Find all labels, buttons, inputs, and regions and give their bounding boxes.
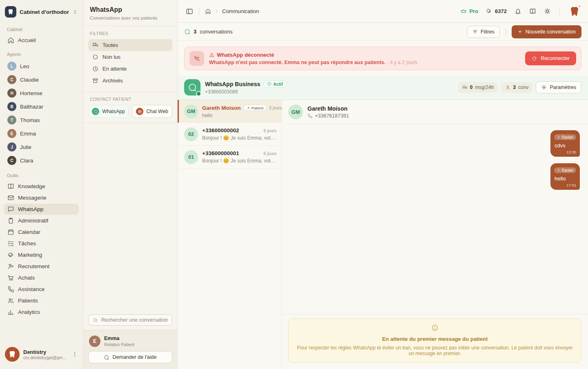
message-time: 17:01 [554,183,576,187]
chat-double-icon [462,85,468,90]
sliders-icon [472,29,478,34]
sidebar-item-label: Assistance [18,286,45,292]
sidebar-item-emma[interactable]: EEmma [4,127,79,140]
agent-role: Relation Patient [104,342,134,347]
sidebar-item-analytics[interactable]: Analytics [4,307,79,318]
sidebar-item-thomas[interactable]: TThomas [4,113,79,127]
online-status-dot [196,91,201,96]
avatar: H [7,89,16,98]
sidebar-item-knowledge[interactable]: Knowledge [4,181,79,192]
search-conversation-input[interactable] [101,317,168,323]
sidebar-item-label: Analytics [18,309,40,315]
account-row[interactable]: Dentistry cto.dentistrygpt@gm... [0,341,83,369]
sidebar-item-calendar[interactable]: Calendar [4,227,79,238]
sidebar-toggle-icon[interactable] [186,8,193,15]
filters-button[interactable]: Filtres [467,26,500,38]
app-sidebar: Cabinet d'orthodon... CabinetAccueilAgen… [0,0,83,369]
workspace-switcher[interactable]: Cabinet d'orthodon... [0,0,83,21]
sidebar-item-messagerie[interactable]: Messagerie [4,192,79,203]
sidebar-item-achats[interactable]: Achats [4,272,79,283]
sidebar-item-label: Achats [18,275,35,281]
whatsapp-panel: WhatsApp Conversations avec vos patients… [83,0,178,369]
sidebar-item-clara[interactable]: CClara [4,154,79,167]
conversation-item[interactable]: GMGareth MoisonPatient3 jourshello [178,100,281,123]
new-conversation-button[interactable]: Nouvelle conversation [512,25,581,38]
ask-help-button[interactable]: Demander de l'aide [88,351,172,363]
theme-sun-icon[interactable] [544,8,551,15]
home-icon[interactable] [205,8,211,14]
filter-item-archives[interactable]: Archivés [88,75,172,87]
plan-badge[interactable]: Pro [461,8,478,14]
conversation-preview: Bonjour ! 😊 Je suis Emma, votre assis... [202,135,276,141]
sidebar-item-whatsapp[interactable]: WhatsApp [4,204,79,215]
sidebar-item-hortense[interactable]: HHortense [4,87,79,100]
sidebar-item-label: Tâches [18,240,36,247]
team-badge: Équipe [554,167,576,173]
nav-section-label: Outils [7,173,76,178]
messages-stat-pill: 0 msg/24h [458,82,498,93]
filter-item-en-attente[interactable]: En attente [88,63,172,75]
sidebar-item-marketing[interactable]: Marketing [4,249,79,260]
users-icon [7,297,14,304]
sidebar-item-label: Marketing [18,252,42,258]
calendar-icon [7,229,14,236]
sidebar-item-label: Recrutement [18,263,49,269]
search-conversation-box[interactable] [88,314,172,326]
conversation-preview: hello [202,113,276,118]
settings-button[interactable]: Paramètres [536,81,581,93]
globe-icon [138,109,142,114]
contact-whatsapp-button[interactable]: WhatsApp [88,105,129,118]
person-icon [557,136,560,139]
filter-item-non-lus[interactable]: Non lus [88,51,172,63]
whatsapp-account-phone: +33665003089 [205,89,287,95]
plus-icon [517,29,523,34]
sidebar-item-taches[interactable]: Tâches [4,238,79,249]
breadcrumb: Communication [205,8,259,14]
agent-avatar: E [89,336,100,347]
account-email: cto.dentistrygpt@gm... [23,355,68,360]
sidebar-item-assistance[interactable]: Assistance [4,284,79,295]
whatsapp-account-strip: WhatsApp Business Actif +33665003089 0 m… [178,76,588,100]
account-avatar [5,347,20,362]
sidebar-item-label: Leo [20,63,29,69]
conversation-avatar: GM [184,104,198,118]
sidebar-item-julie[interactable]: JJulie [4,140,79,153]
sidebar-item-label: Hortense [20,90,42,96]
sparkle-icon [578,5,581,9]
globe-icon [136,108,143,115]
coins-icon [486,8,492,14]
patient-badge: Patient [243,104,267,111]
chat-double-icon [92,42,98,48]
reconnect-button[interactable]: Reconnecter [525,51,576,65]
sidebar-item-balthazar[interactable]: BBalthazar [4,100,79,113]
notifications-bell-icon[interactable] [514,8,521,15]
contact-chat-web-button[interactable]: Chat Web [132,105,172,118]
contact-button-label: WhatsApp [102,109,125,114]
tasks-icon [7,240,14,247]
whatsapp-icon [94,109,98,114]
kebab-menu-icon[interactable] [71,351,78,358]
sidebar-item-recrutement[interactable]: Recrutement [4,261,79,272]
filter-label: En attente [102,66,127,72]
person-icon [247,106,250,110]
sidebar-item-label: Balthazar [20,104,43,110]
team-badge-label: Équipe [562,168,573,172]
filter-item-toutes[interactable]: Toutes [88,39,172,51]
panel-subtitle: Conversations avec vos patients [90,16,171,20]
sidebar-item-accueil[interactable]: Accueil [4,35,79,46]
message-text: hello [555,176,576,182]
sidebar-item-leo[interactable]: LLeo [4,60,79,73]
credits-counter[interactable]: 6372 [486,8,507,14]
avatar: B [7,102,16,111]
filters-section-label: FILTRES [90,31,171,36]
warning-triangle-icon [209,52,214,58]
sidebar-item-patients[interactable]: Patients [4,295,79,306]
sidebar-item-claudie[interactable]: CClaudie [4,73,79,86]
conversation-item[interactable]: 01+336000000016 joursBonjour ! 😊 Je suis… [178,146,281,169]
conversation-item[interactable]: 02+336000000026 joursBonjour ! 😊 Je suis… [178,123,281,146]
docs-book-icon[interactable] [529,8,536,15]
conversation-name: +33600000001 [202,150,239,156]
chat-contact-avatar: GM [288,104,303,119]
contact-buttons: WhatsAppChat Web [88,105,172,118]
sidebar-item-administratif[interactable]: Administratif [4,215,79,226]
